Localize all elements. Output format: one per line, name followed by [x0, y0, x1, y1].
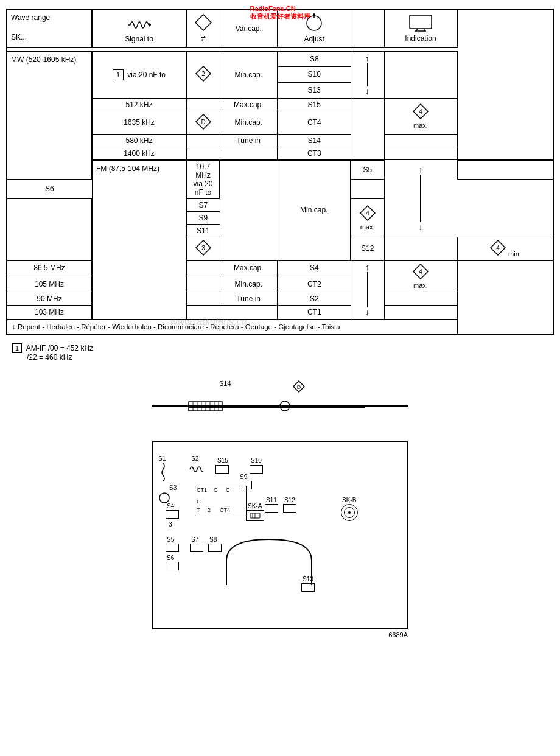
- fm-icon-3: [220, 160, 278, 261]
- fm-arrow-s12: [384, 237, 457, 260]
- mw-icon-empty-1: [186, 98, 220, 111]
- svg-point-39: [159, 493, 169, 503]
- footnote-number: 1: [12, 343, 22, 353]
- fm-icon-empty-3: [186, 292, 220, 306]
- footnote-text1: AM-IF /00 = 452 kHz: [26, 344, 93, 352]
- mw-icon-empty-3: [186, 147, 220, 160]
- pcb-s4-label: S4: [167, 503, 174, 509]
- mw-adjust-s15: S15: [278, 98, 351, 111]
- svg-text:4: 4: [419, 108, 422, 115]
- footnote-text2: /22 = 460 kHz: [27, 353, 72, 362]
- pcb-skb-box: [341, 504, 358, 521]
- svg-rect-27: [189, 405, 365, 408]
- pcb-s8-label: S8: [209, 536, 217, 543]
- pcb-s10-box: [250, 465, 263, 474]
- fm-row-8: 105 MHz Min.cap. CT2: [7, 276, 553, 292]
- svg-text:2: 2: [201, 71, 205, 77]
- pcb-s7-box: [190, 544, 203, 552]
- fm-varcap-min2: Min.cap.: [220, 276, 278, 292]
- mw-varcap-max: Max.cap.: [220, 98, 278, 111]
- fm-icon-empty-2: [186, 276, 220, 292]
- fm-indication-empty-2: [351, 180, 384, 198]
- pcb-s8-box: [208, 544, 222, 552]
- fm-signal-103: 103 MHz: [7, 306, 92, 320]
- coil-diagram: S14 D: [152, 380, 408, 429]
- fm-adjust-ct2: CT2: [278, 276, 351, 292]
- mw-icon-2: 2: [186, 51, 220, 98]
- pcb-s11-box: [265, 504, 278, 513]
- svg-marker-3: [195, 15, 211, 30]
- pcb-s6-label: S6: [167, 555, 174, 561]
- svg-marker-6: [312, 13, 316, 16]
- header-adjust: Adjust: [278, 9, 351, 47]
- pcb-s7-label: S7: [191, 536, 198, 543]
- mw-adjust-s10: S10: [278, 67, 351, 83]
- pcb-s4-box: [166, 510, 179, 519]
- header-indication: Indication: [384, 9, 457, 47]
- pcb-s3-circle: [158, 492, 170, 504]
- pcb-s12-box: [283, 504, 296, 513]
- pcb-s12-label: S12: [284, 497, 295, 503]
- fm-row-10: 103 MHz CT1: [7, 306, 553, 320]
- pcb-s1-coil: [157, 463, 169, 481]
- fm-adjust-s7: S7: [186, 198, 220, 211]
- mw-icon-D: D: [186, 111, 220, 134]
- fm-adjust-s2: S2: [278, 292, 351, 306]
- mw-adjust-ct4: CT4: [278, 111, 351, 134]
- mw-indication-4: 4 max.: [384, 98, 457, 134]
- pcb-3-label: 3: [169, 521, 172, 528]
- boxed-1: 1: [113, 69, 124, 80]
- svg-text:3: 3: [201, 245, 205, 251]
- header-varcap: Var.cap.: [220, 9, 278, 47]
- mw-indication-empty-2: [384, 134, 457, 147]
- fm-varcap-tune: Tune in: [220, 292, 278, 306]
- mw-arrow-1: ↑ ↓: [351, 51, 384, 98]
- svg-rect-7: [410, 15, 432, 29]
- fm-row-7: 86.5 MHz Max.cap. S4 ↑ ↓ 4 max.: [7, 260, 553, 276]
- mw-signal-1: 1 via 20 nF to: [92, 51, 186, 98]
- fm-adjust-s6: S6: [7, 180, 92, 198]
- fm-adjust-s11: S11: [186, 224, 220, 237]
- mw-varcap-min2: Min.cap.: [220, 111, 278, 134]
- pcb-s3-label: S3: [169, 485, 177, 491]
- fm-label: FM (87.5-104 MHz): [92, 160, 186, 320]
- header-signal-to: Signal to: [92, 9, 186, 47]
- mw-adjust-s14: S14: [278, 134, 351, 147]
- pcb-s15-label: S15: [217, 457, 228, 464]
- fm-arrow-2: ↑ ↓: [351, 260, 384, 320]
- pcb-s13-label: S13: [303, 576, 313, 583]
- svg-text:4: 4: [419, 268, 422, 275]
- coil-icon: [128, 14, 151, 31]
- fm-row-9: 90 MHz Tune in S2: [7, 292, 553, 306]
- pcb-s10-label: S10: [251, 457, 262, 464]
- mw-adjust-s13: S13: [278, 82, 351, 98]
- main-table: Wave range SK... Signal to: [6, 9, 554, 335]
- fm-adjust-ct1: CT1: [278, 306, 351, 320]
- fm-signal-90: 90 MHz: [7, 292, 92, 306]
- mw-indication-empty-3: [384, 147, 457, 160]
- indication-screen-icon: [409, 15, 432, 32]
- fm-signal-empty-1: [7, 198, 92, 260]
- pcb-skb-label: SK-B: [342, 497, 356, 503]
- mw-row-1: MW (520-1605 kHz) 1 via 20 nF to 2 Min.c…: [7, 51, 553, 67]
- mw-signal-512: 512 kHz: [92, 98, 186, 111]
- mw-adjust-s8: S8: [278, 51, 351, 67]
- fm-indication-4-max: 4 max.: [351, 198, 384, 237]
- diagram-section: S14 D: [6, 380, 554, 639]
- fm-signal-107: 10.7 MHz via 20 nF to: [186, 160, 220, 199]
- pcb-s5-label: S5: [167, 536, 174, 543]
- fm-adjust-s4: S4: [278, 260, 351, 276]
- fm-icon-empty-1: [186, 260, 220, 276]
- fm-varcap-max: Max.cap.: [220, 260, 278, 276]
- header-wave-range: Wave range SK...: [7, 9, 92, 47]
- fm-signal-865: 86.5 MHz: [7, 260, 92, 276]
- mw-arrow-2: [351, 98, 384, 160]
- varicap-diamond-icon: [194, 13, 212, 32]
- fig-label: 6689A: [152, 631, 408, 639]
- fm-arrow-1: ↑ ↓: [384, 160, 457, 237]
- svg-marker-2: [149, 23, 151, 27]
- pcb-s1: S1: [158, 455, 166, 462]
- fm-indication-empty-1: [457, 160, 553, 180]
- fm-indication-empty-4: [384, 306, 457, 320]
- svg-text:4: 4: [496, 245, 500, 251]
